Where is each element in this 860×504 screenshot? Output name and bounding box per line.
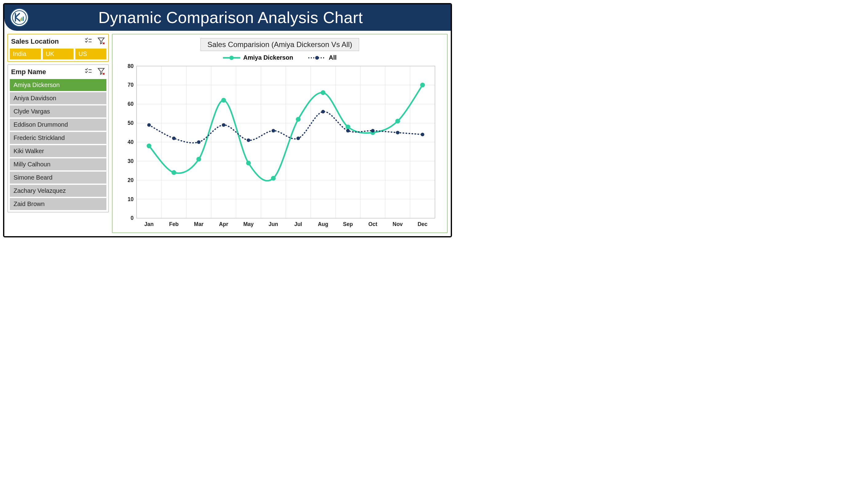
chart-panel: Sales Comparision (Amiya Dickerson Vs Al… <box>112 34 448 233</box>
location-option-uk[interactable]: UK <box>43 48 74 59</box>
slicer-header: Emp Name <box>10 67 106 79</box>
svg-text:20: 20 <box>128 177 133 183</box>
svg-point-0 <box>13 11 26 25</box>
svg-point-78 <box>396 131 399 134</box>
svg-rect-1 <box>20 18 21 21</box>
svg-text:80: 80 <box>128 63 133 69</box>
svg-point-66 <box>396 119 400 124</box>
svg-text:30: 30 <box>128 158 133 164</box>
employee-item[interactable]: Zaid Brown <box>10 198 106 210</box>
header-bar: Dynamic Comparison Analysis Chart <box>4 4 451 31</box>
svg-point-62 <box>296 117 301 122</box>
employee-item[interactable]: Eddison Drummond <box>10 119 106 131</box>
svg-text:Feb: Feb <box>169 221 178 227</box>
svg-point-9 <box>229 56 234 60</box>
svg-text:Aug: Aug <box>318 221 328 227</box>
legend-item-amiya: Amiya Dickerson <box>223 54 293 61</box>
svg-text:Oct: Oct <box>368 221 377 227</box>
employee-item[interactable]: Kiki Walker <box>10 145 106 157</box>
svg-text:10: 10 <box>128 196 133 202</box>
svg-point-72 <box>247 139 250 142</box>
svg-point-69 <box>172 136 176 140</box>
svg-rect-3 <box>23 17 24 21</box>
svg-point-63 <box>321 90 326 95</box>
svg-point-57 <box>172 170 176 175</box>
page-title: Dynamic Comparison Analysis Chart <box>16 8 445 27</box>
plot-area: 01020304050607080JanFebMarAprMayJunJulAu… <box>119 63 441 230</box>
svg-point-67 <box>420 83 425 88</box>
svg-text:Jan: Jan <box>144 221 154 227</box>
svg-point-79 <box>421 133 424 136</box>
svg-text:Apr: Apr <box>219 221 228 227</box>
svg-text:Nov: Nov <box>393 221 403 227</box>
svg-text:Jul: Jul <box>294 221 302 227</box>
svg-point-61 <box>271 176 276 181</box>
employee-item[interactable]: Simone Beard <box>10 172 106 184</box>
svg-point-58 <box>197 157 201 162</box>
svg-point-76 <box>346 129 350 132</box>
logo-icon <box>10 8 29 27</box>
svg-text:50: 50 <box>128 120 133 126</box>
clear-filter-icon[interactable] <box>97 67 105 76</box>
employee-item[interactable]: Clyde Vargas <box>10 105 106 117</box>
line-chart: 01020304050607080JanFebMarAprMayJunJulAu… <box>119 63 441 230</box>
employee-item[interactable]: Aniya Davidson <box>10 92 106 104</box>
chart-legend: Amiya Dickerson All <box>119 54 441 61</box>
clear-filter-icon[interactable] <box>97 37 105 46</box>
svg-point-73 <box>272 129 275 132</box>
slicer-title: Sales Location <box>11 38 59 45</box>
location-option-india[interactable]: India <box>10 48 41 59</box>
svg-point-60 <box>246 160 251 165</box>
svg-text:Mar: Mar <box>194 221 203 227</box>
employee-list: Amiya DickersonAniya DavidsonClyde Varga… <box>10 79 106 210</box>
employee-item[interactable]: Frederic Strickland <box>10 132 106 144</box>
location-option-us[interactable]: US <box>75 48 106 59</box>
svg-text:Sep: Sep <box>343 221 353 227</box>
svg-point-68 <box>147 123 151 127</box>
svg-text:0: 0 <box>131 215 134 221</box>
legend-label: All <box>329 54 337 61</box>
employee-item[interactable]: Amiya Dickerson <box>10 79 106 91</box>
svg-text:Dec: Dec <box>418 221 427 227</box>
svg-point-71 <box>222 123 225 127</box>
slicer-sales-location: Sales Location India UK US <box>8 34 109 62</box>
svg-point-59 <box>221 98 226 103</box>
legend-item-all: All <box>309 54 337 61</box>
legend-label: Amiya Dickerson <box>243 54 293 61</box>
sidebar: Sales Location India UK US <box>8 34 109 233</box>
svg-point-75 <box>321 110 325 114</box>
svg-text:Jun: Jun <box>269 221 278 227</box>
svg-text:60: 60 <box>128 101 133 107</box>
slicer-emp-name: Emp Name Amiya DickersonAniya DavidsonCl… <box>8 64 109 213</box>
location-options: India UK US <box>10 48 106 59</box>
multiselect-icon[interactable] <box>84 67 92 76</box>
svg-rect-2 <box>21 17 22 21</box>
employee-item[interactable]: Milly Calhoun <box>10 158 106 170</box>
slicer-title: Emp Name <box>11 68 46 76</box>
slicer-header: Sales Location <box>10 36 106 48</box>
svg-point-11 <box>315 56 319 60</box>
svg-point-77 <box>371 129 375 132</box>
employee-item[interactable]: Zachary Velazquez <box>10 185 106 197</box>
svg-text:40: 40 <box>128 139 133 145</box>
svg-text:May: May <box>243 221 254 227</box>
svg-point-64 <box>346 125 350 129</box>
svg-text:70: 70 <box>128 82 133 88</box>
svg-point-74 <box>297 136 300 140</box>
multiselect-icon[interactable] <box>84 37 92 46</box>
body: Sales Location India UK US <box>4 31 451 236</box>
chart-title: Sales Comparision (Amiya Dickerson Vs Al… <box>200 38 359 51</box>
svg-point-70 <box>197 140 201 144</box>
dashboard-frame: Dynamic Comparison Analysis Chart Sales … <box>3 3 452 237</box>
svg-point-56 <box>147 144 152 148</box>
